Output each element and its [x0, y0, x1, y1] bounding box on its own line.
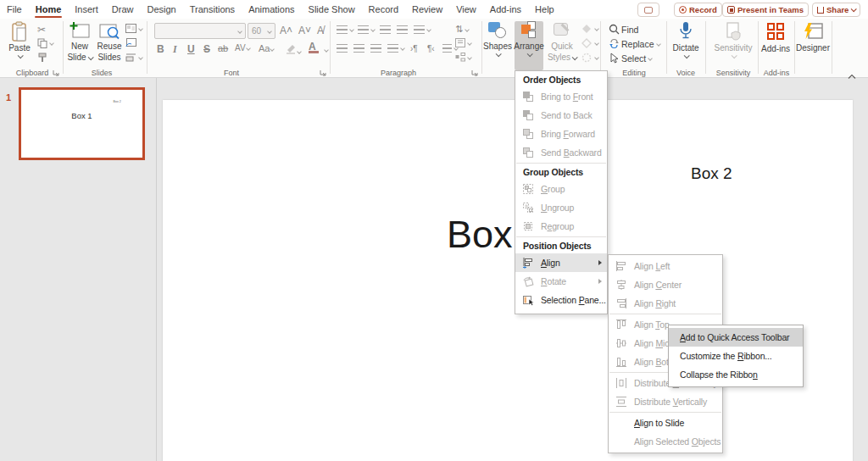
paragraph-dialog-launcher[interactable] — [471, 69, 478, 76]
share-button[interactable]: Share — [812, 3, 860, 17]
slide-editing-area[interactable]: Box 1 Box 2 — [163, 100, 853, 461]
align-center-button[interactable] — [353, 44, 364, 53]
tab-draw[interactable]: Draw — [105, 0, 141, 19]
submenu-item-align-selected-objects[interactable]: Align Selected Objects — [609, 432, 722, 451]
align-left-button[interactable] — [337, 44, 348, 53]
dictate-button[interactable]: Dictate — [669, 21, 703, 69]
tab-animations[interactable]: Animations — [242, 0, 301, 19]
font-size-combo[interactable]: 60 — [248, 23, 275, 39]
designer-button[interactable]: Designer — [794, 21, 832, 69]
menu-item-rotate[interactable]: Rotate — [515, 272, 607, 291]
font-color-button[interactable]: A — [309, 42, 319, 53]
line-spacing-button[interactable] — [414, 25, 431, 34]
align-text-button[interactable] — [455, 38, 471, 47]
menu-item-label: Distribute Vertically — [634, 397, 707, 407]
shapes-button[interactable]: Shapes — [483, 21, 512, 69]
strikethrough-button[interactable]: S — [203, 43, 210, 55]
new-slide-icon — [70, 21, 90, 40]
submenu-item-align-center[interactable]: Align Center — [609, 275, 722, 294]
menu-item-send-backward[interactable]: Send Backward — [515, 143, 607, 162]
submenu-item-distribute-vertically[interactable]: Distribute Vertically — [609, 392, 722, 411]
tab-file[interactable]: File — [0, 0, 29, 19]
font-dialog-launcher[interactable] — [320, 69, 326, 76]
order-objects-header: Order Objects — [515, 72, 607, 87]
slide-layout-button[interactable] — [125, 24, 142, 33]
tab-view[interactable]: View — [449, 0, 483, 19]
find-button[interactable]: Find — [609, 24, 638, 35]
clear-formatting-button[interactable]: A̸ — [317, 25, 324, 36]
copy-button[interactable] — [37, 38, 53, 48]
context-item-customize-the-ribbon[interactable]: Customize the Ribbon... — [669, 347, 803, 365]
font-name-combo[interactable] — [154, 23, 246, 39]
bullets-button[interactable] — [337, 25, 353, 34]
shape-fill-button[interactable] — [581, 24, 598, 34]
menu-item-label: Align Right — [634, 298, 676, 308]
format-painter-button[interactable] — [37, 53, 47, 63]
new-slide-button[interactable]: New Slide — [66, 21, 93, 69]
tab-design[interactable]: Design — [140, 0, 182, 19]
numbering-button[interactable] — [358, 25, 375, 34]
quick-styles-button[interactable]: Quick Styles — [546, 21, 578, 69]
cut-button[interactable]: ✂ — [37, 24, 46, 36]
underline-button[interactable]: U — [187, 43, 195, 55]
text-direction-button[interactable]: ⇅ — [455, 24, 469, 35]
submenu-item-align-left[interactable]: Align Left — [609, 257, 722, 275]
menu-separator — [609, 412, 721, 413]
menu-item-group[interactable]: Group — [515, 180, 607, 198]
select-button[interactable]: Select — [609, 53, 652, 64]
strikethrough2-button[interactable]: ab — [218, 43, 228, 53]
clipboard-dialog-launcher[interactable] — [53, 69, 59, 76]
submenu-item-align-to-slide[interactable]: Align to Slide — [609, 414, 722, 432]
comments-button[interactable] — [637, 3, 659, 17]
reuse-slides-button[interactable]: Reuse Slides — [95, 21, 124, 69]
reset-slide-button[interactable] — [125, 38, 136, 47]
bold-button[interactable]: B — [157, 43, 164, 55]
menu-item-align[interactable]: Align — [515, 253, 607, 272]
shrink-font-button[interactable]: A˅ — [298, 25, 311, 36]
rtl-button[interactable]: ¶‹ — [427, 44, 435, 53]
increase-indent-button[interactable] — [397, 25, 408, 34]
justify-button[interactable] — [387, 44, 404, 53]
addins-button[interactable]: Add-ins — [759, 21, 793, 69]
slide-1-thumbnail[interactable]: Box 1 Box 2 — [19, 87, 145, 160]
present-in-teams-button[interactable]: Present in Teams — [722, 3, 809, 17]
shape-outline-button[interactable] — [581, 38, 598, 48]
align-right-button[interactable] — [370, 44, 381, 53]
slide-box2-textbox[interactable]: Box 2 — [691, 164, 732, 183]
tab-add-ins[interactable]: Add-ins — [483, 0, 528, 19]
decrease-indent-button[interactable] — [380, 25, 391, 34]
shape-effects-button[interactable] — [581, 53, 598, 63]
arrange-button[interactable]: Arrange — [515, 21, 543, 70]
align-center-icon — [353, 44, 364, 53]
tab-insert[interactable]: Insert — [68, 0, 105, 19]
menu-item-regroup[interactable]: Regroup — [515, 217, 607, 236]
context-item-add-to-quick-access-toolbar[interactable]: Add to Quick Access Toolbar — [669, 328, 803, 347]
section-button[interactable] — [125, 53, 142, 62]
tab-slide-show[interactable]: Slide Show — [302, 0, 362, 19]
context-item-collapse-the-ribbon[interactable]: Collapse the Ribbon — [669, 365, 803, 384]
menu-item-ungroup[interactable]: Ungroup — [515, 198, 607, 217]
replace-button[interactable]: Replace — [609, 38, 660, 49]
tab-record[interactable]: Record — [362, 0, 405, 19]
ltr-button[interactable]: ›¶ — [410, 44, 418, 53]
convert-smartart-button[interactable] — [455, 53, 471, 62]
sensitivity-button[interactable]: Sensitivity — [711, 21, 755, 69]
tab-review[interactable]: Review — [405, 0, 449, 19]
collapse-ribbon-button[interactable] — [848, 68, 856, 83]
character-spacing-button[interactable]: AV — [235, 43, 250, 53]
highlight-color-button[interactable] — [285, 43, 301, 57]
submenu-item-align-right[interactable]: Align Right — [609, 294, 722, 313]
tab-home[interactable]: Home — [29, 0, 69, 19]
grow-font-button[interactable]: A˄ — [280, 25, 292, 36]
menu-item-send-to-back[interactable]: Send to Back — [515, 106, 607, 125]
change-case-button[interactable]: Aa — [259, 43, 274, 53]
tab-help[interactable]: Help — [528, 0, 561, 19]
menu-item-bring-forward[interactable]: Bring Forward — [515, 125, 607, 143]
tab-transitions[interactable]: Transitions — [183, 0, 242, 19]
record-button[interactable]: Record — [674, 3, 722, 17]
find-label: Find — [621, 25, 638, 35]
menu-item-bring-to-front[interactable]: Bring to Front — [515, 87, 607, 106]
paste-button[interactable]: Paste — [5, 21, 34, 69]
italic-button[interactable]: I — [173, 43, 177, 56]
menu-item-selection-pane[interactable]: Selection Pane... — [515, 291, 607, 309]
